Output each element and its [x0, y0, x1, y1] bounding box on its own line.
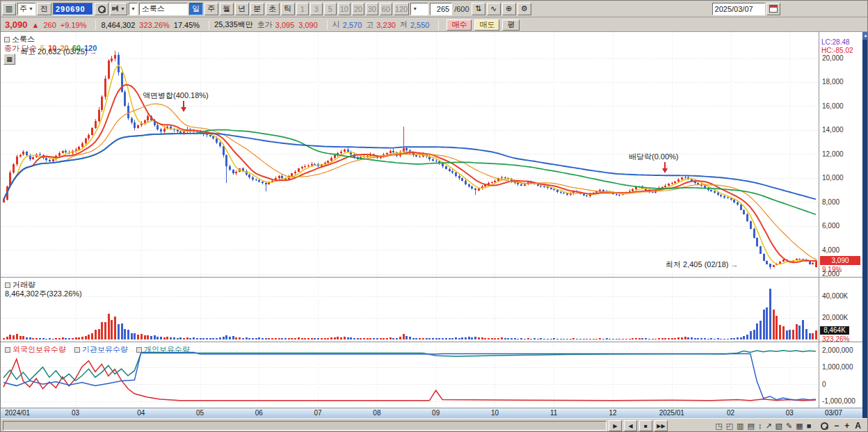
- volume-badge: 8,464K: [820, 326, 849, 335]
- change-value: 260: [43, 21, 56, 29]
- period-week-button[interactable]: 주: [204, 3, 218, 15]
- zoom-tool-button[interactable]: ⊕: [502, 3, 516, 15]
- print-icon[interactable]: ■: [807, 422, 812, 430]
- candle-count-input[interactable]: 265: [430, 3, 452, 15]
- font-size-button[interactable]: A: [855, 421, 861, 431]
- interval-60-button[interactable]: 60: [380, 3, 392, 15]
- zoom-icon[interactable]: [820, 422, 828, 430]
- svg-text:05: 05: [196, 409, 204, 417]
- svg-text:03: 03: [72, 409, 80, 417]
- svg-text:6,000: 6,000: [822, 222, 839, 230]
- pattern-icon[interactable]: ▧: [775, 422, 782, 431]
- interval-120-button[interactable]: 120: [394, 3, 409, 15]
- chart-type-button[interactable]: ▦: [3, 54, 15, 65]
- chart-window-button[interactable]: ▥: [2, 3, 16, 15]
- market-type-value: 주: [19, 3, 27, 14]
- svg-text:20,000: 20,000: [822, 54, 844, 62]
- interval-30-button[interactable]: 30: [366, 3, 378, 15]
- chart-style-icon[interactable]: ▦: [796, 422, 803, 431]
- hc-indicator: HC:-85.02: [821, 47, 853, 54]
- interval-5-button[interactable]: 5: [324, 3, 337, 15]
- select-area-icon[interactable]: ◳: [715, 422, 722, 431]
- period-year-button[interactable]: 년: [235, 3, 249, 15]
- search-icon: [97, 5, 106, 13]
- svg-text:20,000K: 20,000K: [822, 314, 849, 321]
- line-style-button[interactable]: ∿: [487, 3, 501, 15]
- stop-button[interactable]: ■: [639, 420, 652, 431]
- compress-icon[interactable]: ▤: [747, 422, 754, 431]
- divider: [209, 20, 209, 30]
- arrow-down-icon: [180, 101, 186, 112]
- chart-area[interactable]: 20,00018,00016,00014,00012,00010,0008,00…: [1, 32, 868, 418]
- low-annotation: 최저 2,405 (02/18)→: [666, 259, 739, 270]
- prev-stock-button[interactable]: 전: [37, 3, 51, 15]
- crosshair-icon[interactable]: ↕: [758, 422, 762, 430]
- announcement-button[interactable]: ▼: [110, 3, 127, 15]
- svg-text:2,000,000: 2,000,000: [822, 346, 853, 354]
- mini-chart-icon: ▥: [6, 5, 13, 13]
- price-info-bar: 3,090 ▲ 260 +9.19% 8,464,302 323.26% 17.…: [1, 18, 868, 32]
- calendar-icon: [769, 5, 778, 13]
- horizontal-scrollbar[interactable]: [3, 421, 606, 431]
- low-annotation-text: 최저 2,405 (02/18): [666, 260, 729, 269]
- high-price: 3,230: [376, 21, 396, 29]
- trendline-icon[interactable]: ↗: [765, 422, 771, 431]
- svg-text:0: 0: [822, 381, 826, 388]
- chart-canvas[interactable]: 20,00018,00016,00014,00012,00010,0008,00…: [1, 32, 862, 418]
- interval-10-button[interactable]: 10: [338, 3, 351, 15]
- volume-value: 8,464,302: [101, 21, 135, 29]
- stock-search-button[interactable]: [95, 3, 108, 15]
- go-end-button[interactable]: ▶▶: [654, 420, 668, 431]
- market-type-dropdown[interactable]: 주▼: [17, 3, 35, 15]
- interval-3-button[interactable]: 3: [310, 3, 323, 15]
- divider: [438, 20, 439, 30]
- current-price-percent: 9.19%: [822, 266, 842, 273]
- calendar-button[interactable]: [766, 3, 780, 15]
- svg-text:08: 08: [373, 409, 381, 417]
- period-day-button[interactable]: 일: [189, 3, 203, 15]
- chart-list-icon[interactable]: ▥: [737, 422, 744, 431]
- change-arrow-icon: ▲: [32, 21, 40, 29]
- sell-button[interactable]: 매도: [474, 19, 499, 31]
- date-field[interactable]: 2025/03/07: [712, 3, 765, 15]
- high-label: 고: [366, 19, 373, 30]
- svg-text:02: 02: [727, 409, 735, 417]
- period-month-button[interactable]: 월: [220, 3, 234, 15]
- step-back-button[interactable]: ◀: [624, 420, 637, 431]
- interval-dropdown[interactable]: ▼: [410, 3, 428, 15]
- legend-box-icon: [5, 282, 10, 288]
- current-price-badge: 3,090: [820, 256, 860, 265]
- svg-text:16,000: 16,000: [822, 102, 844, 110]
- avg-button[interactable]: 평: [502, 19, 520, 31]
- stock-chart-window: ▥ 주▼ 전 290690 ▼ ▼ 소룩스 일 주 월 년 분 초 틱 1 3 …: [0, 0, 868, 432]
- zoom-controls: − + A: [820, 421, 861, 431]
- zoom-out-button[interactable]: −: [834, 421, 839, 431]
- svg-text:09: 09: [432, 409, 440, 417]
- zoom-in-button[interactable]: +: [844, 421, 849, 431]
- period-tick-button[interactable]: 틱: [281, 3, 295, 15]
- ownership-legend-item: 외국인보유수량: [5, 344, 66, 355]
- period-minute-button[interactable]: 분: [250, 3, 264, 15]
- interval-1-button[interactable]: 1: [296, 3, 309, 15]
- vertical-scrollbar[interactable]: ▲: [862, 32, 868, 418]
- stock-name-dropdown[interactable]: ▼: [129, 3, 138, 15]
- trade-amount: 25,335백만: [214, 19, 253, 30]
- svg-text:04: 04: [137, 409, 145, 417]
- buy-button[interactable]: 매수: [447, 19, 472, 31]
- sort-updown-button[interactable]: ⇅: [472, 3, 485, 15]
- zoom-plus-icon: ⊕: [506, 5, 512, 13]
- chart-settings-button[interactable]: ⚙: [517, 3, 531, 15]
- high-annotation: 최고 20,632 (03/25)→: [20, 47, 97, 57]
- stock-code-input[interactable]: 290690: [53, 3, 93, 15]
- play-button[interactable]: ▶: [609, 420, 622, 431]
- chevron-down-icon: ▼: [29, 6, 33, 11]
- divider: [95, 20, 96, 30]
- grid-icon[interactable]: ◰: [726, 422, 733, 431]
- period-second-button[interactable]: 초: [266, 3, 280, 15]
- svg-text:14,000: 14,000: [822, 126, 844, 134]
- interval-20-button[interactable]: 20: [352, 3, 364, 15]
- gear-icon: ⚙: [521, 5, 528, 13]
- scroll-up-icon[interactable]: ▲: [862, 32, 868, 40]
- divider: [327, 20, 328, 30]
- pen-icon[interactable]: ✎: [786, 422, 792, 431]
